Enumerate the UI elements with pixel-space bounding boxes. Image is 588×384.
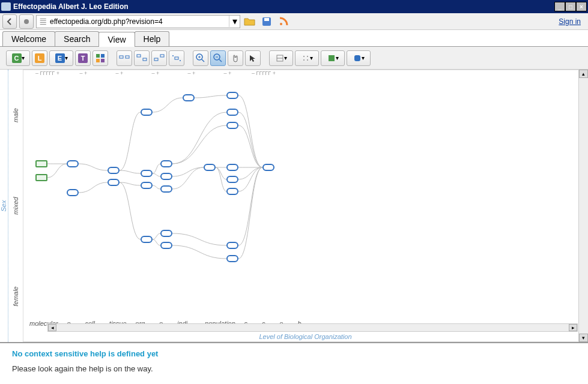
svg-line-18 bbox=[202, 59, 204, 62]
tool-layout-1[interactable] bbox=[117, 50, 132, 66]
minimize-button[interactable]: _ bbox=[554, 2, 565, 11]
zoom-in-button[interactable] bbox=[193, 50, 208, 66]
url-dropdown[interactable]: ▾ bbox=[229, 16, 240, 27]
xaxis-label: Level of Biological Organization bbox=[23, 333, 587, 340]
yaxis-outer-label: Sex bbox=[1, 200, 8, 212]
node-t3[interactable] bbox=[141, 182, 153, 189]
canvas[interactable]: – ΓΓΓΓΓ +– +– +– +– +– +– ΓΓΓΓΓ + molecu… bbox=[23, 70, 588, 342]
svg-point-3 bbox=[280, 23, 282, 25]
node-o5[interactable] bbox=[160, 242, 172, 249]
help-panel: No context sensitive help is defined yet… bbox=[0, 342, 588, 384]
svg-rect-6 bbox=[96, 59, 100, 62]
node-d5[interactable] bbox=[226, 176, 238, 183]
help-title: No context sensitive help is defined yet bbox=[12, 349, 576, 358]
node-t2[interactable] bbox=[141, 170, 153, 177]
scroll-down-button[interactable]: ▾ bbox=[579, 334, 588, 342]
node-o2[interactable] bbox=[160, 173, 172, 180]
node-d4[interactable] bbox=[226, 164, 238, 171]
node-t1[interactable] bbox=[141, 109, 153, 116]
app-icon bbox=[1, 2, 11, 11]
open-folder-button[interactable] bbox=[243, 14, 257, 29]
tool-test[interactable]: T bbox=[75, 50, 91, 66]
tool-effect[interactable]: E ▾ bbox=[49, 50, 73, 66]
scroll-up-button[interactable]: ▴ bbox=[579, 70, 588, 78]
node-d6[interactable] bbox=[226, 188, 238, 195]
save-button[interactable] bbox=[259, 14, 274, 29]
svg-rect-7 bbox=[101, 59, 105, 62]
pointer-button[interactable] bbox=[245, 50, 261, 66]
svg-rect-4 bbox=[96, 54, 100, 58]
ylabel-female: female bbox=[8, 251, 23, 342]
svg-rect-12 bbox=[154, 58, 158, 61]
tool-chemical[interactable]: C ▾ bbox=[6, 50, 30, 66]
tool-layout-4[interactable] bbox=[169, 50, 184, 66]
zoom-in-icon bbox=[196, 53, 205, 63]
yaxis-outer: Sex bbox=[0, 70, 8, 342]
svg-point-29 bbox=[307, 59, 308, 61]
svg-rect-14 bbox=[175, 57, 178, 59]
tabs-bar: Welcome Search View Help bbox=[0, 30, 588, 47]
vertical-scrollbar[interactable]: ▴ ▾ bbox=[578, 70, 588, 342]
node-o1[interactable] bbox=[160, 160, 172, 167]
node-o4[interactable] bbox=[160, 230, 172, 237]
view-opt-3[interactable]: ▾ bbox=[321, 50, 345, 66]
tab-view[interactable]: View bbox=[99, 32, 135, 47]
view-opt-2[interactable]: ▾ bbox=[295, 50, 319, 66]
node-r1[interactable] bbox=[183, 94, 195, 101]
hand-icon bbox=[231, 53, 240, 63]
node-p1[interactable] bbox=[262, 164, 274, 171]
forward-button[interactable] bbox=[19, 14, 34, 29]
node-d3[interactable] bbox=[226, 122, 238, 129]
svg-point-16 bbox=[180, 60, 181, 61]
svg-point-28 bbox=[303, 59, 305, 61]
node-t4[interactable] bbox=[141, 236, 153, 243]
tool-link[interactable]: L bbox=[32, 50, 47, 66]
node-d8[interactable] bbox=[226, 255, 238, 262]
svg-line-22 bbox=[219, 59, 222, 62]
back-arrow-icon bbox=[5, 17, 14, 26]
close-button[interactable]: × bbox=[576, 2, 587, 11]
maximize-button[interactable]: □ bbox=[565, 2, 576, 11]
node-i1[interactable] bbox=[204, 164, 216, 171]
save-icon bbox=[261, 16, 272, 27]
tab-welcome[interactable]: Welcome bbox=[2, 31, 55, 46]
tab-help[interactable]: Help bbox=[135, 31, 170, 46]
svg-rect-11 bbox=[143, 58, 147, 61]
svg-rect-10 bbox=[137, 55, 141, 57]
svg-rect-5 bbox=[101, 54, 105, 58]
node-m0[interactable] bbox=[67, 160, 79, 167]
node-m1[interactable] bbox=[67, 189, 79, 196]
url-bar[interactable]: ≣ ▾ bbox=[36, 15, 240, 28]
tick-row: – ΓΓΓΓΓ +– +– +– +– +– +– ΓΓΓΓΓ + bbox=[23, 70, 587, 81]
svg-point-26 bbox=[303, 56, 305, 57]
horizontal-scrollbar[interactable]: ◂ ▸ bbox=[47, 323, 578, 332]
tool-layout-2[interactable] bbox=[134, 50, 150, 66]
tab-search[interactable]: Search bbox=[55, 31, 99, 46]
node-d2[interactable] bbox=[226, 109, 238, 116]
signin-link[interactable]: Sign in bbox=[559, 17, 586, 26]
scroll-left-button[interactable]: ◂ bbox=[48, 324, 56, 331]
window-title: Effectopedia Albert J. Leo Edition bbox=[13, 2, 554, 11]
folder-icon bbox=[244, 17, 256, 26]
back-button[interactable] bbox=[2, 14, 17, 29]
svg-rect-9 bbox=[126, 56, 129, 58]
view-opt-4[interactable]: ▾ bbox=[347, 50, 371, 66]
view-opt-1[interactable]: ▾ bbox=[269, 50, 293, 66]
node-m2[interactable] bbox=[108, 167, 120, 174]
dot-background bbox=[29, 81, 578, 313]
node-m3[interactable] bbox=[108, 179, 120, 186]
tool-layout-3[interactable] bbox=[151, 50, 167, 66]
zoom-out-icon bbox=[213, 53, 223, 63]
node-g1[interactable] bbox=[35, 160, 47, 167]
node-g2[interactable] bbox=[35, 174, 47, 181]
tool-grid[interactable] bbox=[92, 50, 108, 66]
node-o3[interactable] bbox=[160, 185, 172, 193]
navbar: ≣ ▾ Sign in bbox=[0, 13, 588, 30]
node-d7[interactable] bbox=[226, 242, 238, 249]
zoom-out-button[interactable] bbox=[210, 50, 226, 66]
feed-button[interactable] bbox=[276, 14, 291, 29]
scroll-right-button[interactable]: ▸ bbox=[569, 324, 577, 331]
node-d1[interactable] bbox=[226, 92, 238, 99]
url-input[interactable] bbox=[49, 17, 229, 26]
pan-button[interactable] bbox=[228, 50, 243, 66]
